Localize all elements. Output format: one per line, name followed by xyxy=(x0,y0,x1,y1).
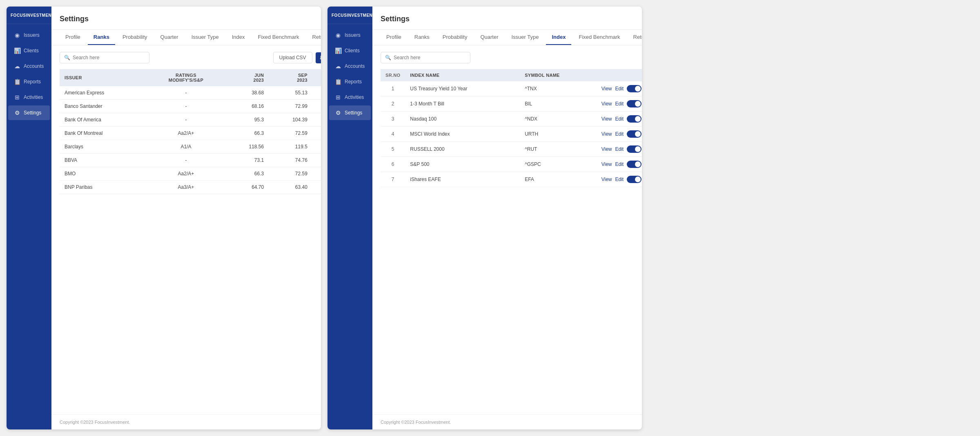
cell-ratings: Aa3/A+ xyxy=(147,181,225,194)
view-link-index[interactable]: View xyxy=(601,101,612,107)
clients-icon-right: 📊 xyxy=(335,47,341,54)
view-link-index[interactable]: View xyxy=(601,131,612,137)
view-link-index[interactable]: View xyxy=(601,116,612,122)
cell-ratings: A1/A xyxy=(147,140,225,154)
sidebar-item-clients-left[interactable]: 📊 Clients xyxy=(8,43,50,58)
edit-link-index[interactable]: Edit xyxy=(615,161,624,167)
tab-returns-left[interactable]: Returns xyxy=(307,30,321,45)
tab-returns-right[interactable]: Returns xyxy=(628,30,642,45)
toggle-index[interactable] xyxy=(627,161,641,168)
toggle-index[interactable] xyxy=(627,100,641,107)
table-row: BMO Aa2/A+ 66.3 72.59 View xyxy=(60,167,321,181)
toggle-index[interactable] xyxy=(627,85,641,92)
sidebar-item-activities-right[interactable]: ⊞ Activities xyxy=(329,90,371,105)
toolbar-left: 🔍 Upload CSV ⬇ Add New xyxy=(60,52,321,63)
cell-issuer: Banco Santander xyxy=(60,100,147,113)
cell-row-actions: View Edit xyxy=(597,142,642,157)
view-link-index[interactable]: View xyxy=(601,161,612,167)
col-issuer: ISSUER xyxy=(60,69,147,86)
cell-action: View xyxy=(312,127,321,140)
issuers-icon-left: ◉ xyxy=(14,32,20,38)
cell-sep: 74.76 xyxy=(269,154,312,167)
toggle-index[interactable] xyxy=(627,115,641,123)
sidebar-item-issuers-left[interactable]: ◉ Issuers xyxy=(8,28,50,42)
cell-jun: 66.3 xyxy=(225,167,269,181)
table-row: BBVA - 73.1 74.76 View xyxy=(60,154,321,167)
cell-issuer: American Express xyxy=(60,86,147,100)
sidebar-item-accounts-right[interactable]: ☁ Accounts xyxy=(329,59,371,74)
tab-ranks-left[interactable]: Ranks xyxy=(88,30,115,45)
table-row: Bank Of Montreal Aa2/A+ 66.3 72.59 View xyxy=(60,127,321,140)
sidebar-item-activities-left[interactable]: ⊞ Activities xyxy=(8,90,50,105)
view-link-index[interactable]: View xyxy=(601,86,612,92)
footer-left: Copyright ©2023 FocusInvestment. xyxy=(51,414,321,429)
edit-link-index[interactable]: Edit xyxy=(615,131,624,137)
cell-row-actions: View Edit xyxy=(597,96,642,112)
tab-ranks-right[interactable]: Ranks xyxy=(409,30,435,45)
cell-ratings: - xyxy=(147,113,225,127)
sidebar-label-activities-left: Activities xyxy=(24,94,43,100)
tab-index-right[interactable]: Index xyxy=(546,30,571,45)
cell-symbol: EFA xyxy=(520,172,597,187)
toggle-index[interactable] xyxy=(627,176,641,183)
sidebar-label-settings-right: Settings xyxy=(345,110,362,116)
search-input-right[interactable] xyxy=(394,55,466,60)
tab-profile-right[interactable]: Profile xyxy=(381,30,407,45)
edit-link-index[interactable]: Edit xyxy=(615,146,624,152)
search-input-left[interactable] xyxy=(73,55,145,60)
upload-csv-button[interactable]: Upload CSV xyxy=(273,52,312,63)
cell-index-name: 1-3 Month T Bill xyxy=(405,96,520,112)
tab-probability-left[interactable]: Probability xyxy=(117,30,153,45)
download-icon-button[interactable]: ⬇ xyxy=(316,52,321,63)
search-box-left[interactable]: 🔍 xyxy=(60,52,149,63)
sidebar-item-settings-right[interactable]: ⚙ Settings xyxy=(329,105,371,120)
reports-icon-right: 📋 xyxy=(335,78,341,85)
col-actions xyxy=(597,69,642,81)
cell-action: View xyxy=(312,113,321,127)
tab-probability-right[interactable]: Probability xyxy=(437,30,473,45)
edit-link-index[interactable]: Edit xyxy=(615,116,624,122)
sidebar-item-settings-left[interactable]: ⚙ Settings xyxy=(8,105,50,120)
tab-quarter-right[interactable]: Quarter xyxy=(474,30,504,45)
search-box-right[interactable]: 🔍 xyxy=(381,52,470,63)
col-ratings: RATINGSMODIIFY'S/S&P xyxy=(147,69,225,86)
index-row: 5 RUSSELL 2000 ^RUT View Edit xyxy=(381,142,642,157)
edit-link-index[interactable]: Edit xyxy=(615,101,624,107)
col-sep: SEP2023 xyxy=(269,69,312,86)
tab-index-left[interactable]: Index xyxy=(226,30,251,45)
sidebar-item-issuers-right[interactable]: ◉ Issuers xyxy=(329,28,371,42)
cell-index-name: US Treasury Yield 10 Year xyxy=(405,81,520,96)
tab-issuer-type-left[interactable]: Issuer Type xyxy=(186,30,225,45)
sidebar-label-reports-left: Reports xyxy=(24,79,41,85)
col-symbol: SYMBOL NAME xyxy=(520,69,597,81)
main-content-left: Settings U User Profile Ranks Probabilit… xyxy=(51,7,321,429)
cell-row-actions: View Edit xyxy=(597,172,642,187)
cell-sr: 4 xyxy=(381,127,405,142)
toggle-index[interactable] xyxy=(627,145,641,153)
settings-icon-right: ⚙ xyxy=(335,110,341,116)
sidebar-item-accounts-left[interactable]: ☁ Accounts xyxy=(8,59,50,74)
cell-sr: 3 xyxy=(381,112,405,127)
sidebar-item-clients-right[interactable]: 📊 Clients xyxy=(329,43,371,58)
view-link-index[interactable]: View xyxy=(601,177,612,182)
cell-action: View xyxy=(312,154,321,167)
edit-link-index[interactable]: Edit xyxy=(615,86,624,92)
tab-profile-left[interactable]: Profile xyxy=(60,30,86,45)
cell-issuer: Barclays xyxy=(60,140,147,154)
issuers-icon-right: ◉ xyxy=(335,32,341,38)
tab-issuer-type-right[interactable]: Issuer Type xyxy=(506,30,545,45)
header-right: Settings U User xyxy=(372,7,642,30)
sidebar-item-reports-left[interactable]: 📋 Reports xyxy=(8,74,50,89)
sidebar-item-reports-right[interactable]: 📋 Reports xyxy=(329,74,371,89)
index-row: 4 MSCI World Index URTH View Edit xyxy=(381,127,642,142)
edit-link-index[interactable]: Edit xyxy=(615,177,624,182)
cell-symbol: ^NDX xyxy=(520,112,597,127)
tab-fixed-benchmark-right[interactable]: Fixed Benchmark xyxy=(573,30,626,45)
tab-fixed-benchmark-left[interactable]: Fixed Benchmark xyxy=(252,30,305,45)
view-link-index[interactable]: View xyxy=(601,146,612,152)
cell-sep: 55.13 xyxy=(269,86,312,100)
toggle-index[interactable] xyxy=(627,130,641,138)
page-title-left: Settings xyxy=(60,15,89,23)
index-row: 6 S&P 500 ^GSPC View Edit xyxy=(381,157,642,172)
tab-quarter-left[interactable]: Quarter xyxy=(155,30,184,45)
